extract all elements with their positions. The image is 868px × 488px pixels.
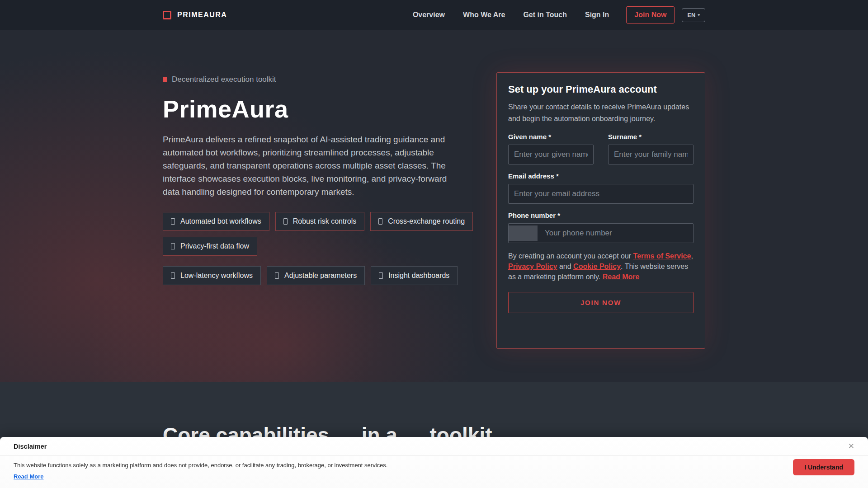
chevron-down-icon: ▾ <box>698 13 700 17</box>
disclaimer-bar: Disclaimer ✕ This website functions sole… <box>0 437 868 488</box>
hero-content: Decentralized execution toolkit PrimeAur… <box>163 30 479 382</box>
email-field[interactable] <box>508 184 693 204</box>
language-selector[interactable]: EN ▾ <box>682 8 705 22</box>
top-navbar: PRIMEAURA Overview Who We Are Get in Tou… <box>0 0 868 30</box>
phone-label: Phone number * <box>508 211 693 219</box>
surname-label: Surname * <box>608 133 693 141</box>
legal-read-more-link[interactable]: Read More <box>603 273 640 281</box>
hero-eyebrow-label: Decentralized execution toolkit <box>172 75 276 84</box>
disclaimer-title: Disclaimer <box>14 443 47 450</box>
hero-section: Decentralized execution toolkit PrimeAur… <box>0 30 868 382</box>
chip-privacy-first-data-flow: Privacy-first data flow <box>163 237 257 256</box>
placeholder-glyph-icon <box>379 272 383 279</box>
chip-cross-exchange-routing: Cross-exchange routing <box>370 212 473 231</box>
signup-form-card: Set up your PrimeAura account Share your… <box>496 72 705 349</box>
surname-field-group: Surname * <box>608 133 693 164</box>
terms-of-service-link[interactable]: Terms of Service <box>633 252 691 260</box>
red-square-icon <box>163 77 167 82</box>
brand-square-icon <box>163 11 171 19</box>
hero-eyebrow: Decentralized execution toolkit <box>163 75 479 84</box>
nav-link-overview[interactable]: Overview <box>413 11 445 19</box>
chip-label: Adjustable parameters <box>284 272 357 280</box>
country-flag-selector[interactable] <box>509 225 538 241</box>
chip-adjustable-parameters: Adjustable parameters <box>267 266 365 285</box>
highlight-chip-group: Automated bot workflows Robust risk cont… <box>163 212 475 256</box>
chip-label: Privacy-first data flow <box>180 242 249 250</box>
legal-sep2: and <box>557 263 574 270</box>
join-now-submit-button[interactable]: JOIN NOW <box>508 292 693 313</box>
disclaimer-read-more-link[interactable]: Read More <box>14 473 43 480</box>
given-name-label: Given name * <box>508 133 594 141</box>
phone-field-group: Phone number * <box>508 211 693 243</box>
nav-join-now-button[interactable]: Join Now <box>626 6 675 23</box>
surname-field[interactable] <box>608 145 693 164</box>
language-label: EN <box>687 12 695 19</box>
given-name-field-group: Given name * <box>508 133 594 164</box>
chip-insight-dashboards: Insight dashboards <box>371 266 458 285</box>
placeholder-glyph-icon <box>283 218 288 225</box>
page-title: PrimeAura <box>163 95 479 123</box>
nav-link-sign-in[interactable]: Sign In <box>585 11 609 19</box>
legal-sep1: , <box>691 252 693 260</box>
email-field-group: Email address * <box>508 172 693 204</box>
placeholder-glyph-icon <box>171 243 175 249</box>
disclaimer-text: This website functions solely as a marke… <box>14 462 646 469</box>
chip-label: Automated bot workflows <box>180 217 261 225</box>
placeholder-glyph-icon <box>171 218 175 225</box>
brand-logo[interactable]: PRIMEAURA <box>163 11 227 19</box>
hero-description: PrimeAura delivers a refined snapshot of… <box>163 133 456 198</box>
chip-label: Insight dashboards <box>388 272 449 280</box>
chip-low-latency-workflows: Low-latency workflows <box>163 266 261 285</box>
signup-form-subtitle: Share your contact details to receive Pr… <box>508 101 693 125</box>
chip-automated-bot-workflows: Automated bot workflows <box>163 212 269 231</box>
nav-link-get-in-touch[interactable]: Get in Touch <box>523 11 567 19</box>
signup-form-title: Set up your PrimeAura account <box>508 84 693 95</box>
brand-name: PRIMEAURA <box>177 11 227 19</box>
secondary-chip-group: Low-latency workflows Adjustable paramet… <box>163 266 475 285</box>
cookie-policy-link[interactable]: Cookie Policy <box>573 263 621 270</box>
chip-robust-risk-controls: Robust risk controls <box>275 212 365 231</box>
given-name-field[interactable] <box>508 145 594 164</box>
chip-label: Cross-exchange routing <box>388 217 465 225</box>
i-understand-button[interactable]: I Understand <box>793 459 854 475</box>
placeholder-glyph-icon <box>275 272 279 279</box>
placeholder-glyph-icon <box>378 218 382 225</box>
chip-label: Robust risk controls <box>293 217 357 225</box>
close-icon[interactable]: ✕ <box>848 442 854 450</box>
chip-label: Low-latency workflows <box>180 272 253 280</box>
nav-links: Overview Who We Are Get in Touch Sign In <box>413 11 609 19</box>
placeholder-glyph-icon <box>171 272 175 279</box>
email-label: Email address * <box>508 172 693 180</box>
legal-part1: By creating an account you accept our <box>508 252 633 260</box>
legal-text: By creating an account you accept our Te… <box>508 251 693 282</box>
privacy-policy-link[interactable]: Privacy Policy <box>508 263 557 270</box>
nav-link-who-we-are[interactable]: Who We Are <box>463 11 505 19</box>
